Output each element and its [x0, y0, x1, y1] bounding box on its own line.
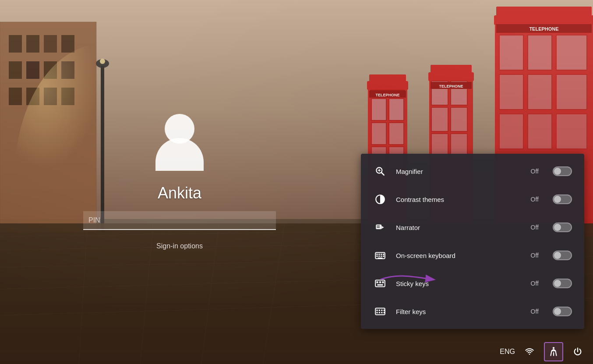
contrast-item[interactable]: Contrast themes Off — [361, 185, 584, 213]
svg-rect-46 — [528, 35, 552, 70]
svg-text:TELEPHONE: TELEPHONE — [529, 26, 558, 32]
contrast-toggle[interactable] — [553, 194, 572, 204]
onscreen-keyboard-label: On-screen keyboard — [396, 252, 522, 259]
power-button[interactable] — [571, 345, 584, 358]
svg-rect-32 — [428, 72, 474, 81]
svg-rect-22 — [369, 74, 406, 82]
avatar — [151, 114, 208, 171]
avatar-body — [155, 138, 204, 171]
svg-rect-47 — [556, 35, 587, 70]
narrator-icon — [373, 220, 387, 234]
svg-rect-83 — [381, 256, 382, 257]
onscreen-keyboard-item[interactable]: On-screen keyboard Off — [361, 241, 584, 269]
username-label: Ankita — [158, 184, 201, 202]
svg-rect-96 — [376, 312, 378, 313]
svg-rect-93 — [379, 310, 380, 311]
svg-rect-86 — [375, 280, 385, 286]
filter-keys-label: Filter keys — [396, 308, 522, 315]
svg-rect-50 — [556, 74, 587, 110]
svg-rect-23 — [371, 99, 386, 120]
filter-keys-toggle[interactable] — [553, 307, 572, 316]
taskbar: ENG — [0, 339, 593, 364]
svg-point-101 — [553, 347, 554, 349]
svg-rect-79 — [381, 254, 382, 255]
svg-rect-88 — [379, 281, 381, 283]
accessibility-panel: Magnifier Off Contrast themes Off Narrat… — [361, 154, 584, 329]
svg-rect-97 — [379, 312, 380, 313]
svg-rect-44 — [496, 7, 592, 16]
svg-rect-91 — [375, 308, 385, 315]
magnifier-status: Off — [531, 168, 539, 175]
svg-line-68 — [381, 173, 384, 175]
svg-rect-99 — [384, 312, 385, 313]
narrator-toggle[interactable] — [553, 223, 572, 232]
svg-rect-81 — [376, 256, 378, 257]
svg-rect-36 — [431, 107, 448, 131]
svg-rect-85 — [378, 258, 383, 258]
narrator-label: Narrator — [396, 224, 522, 231]
narrator-item[interactable]: Narrator Off — [361, 213, 584, 241]
filter-keys-icon — [373, 304, 387, 318]
sticky-keys-label: Sticky keys — [396, 280, 522, 287]
svg-rect-84 — [383, 256, 384, 257]
magnifier-icon — [373, 164, 387, 178]
svg-rect-98 — [381, 312, 382, 313]
svg-text:TELEPHONE: TELEPHONE — [375, 93, 399, 97]
svg-rect-43 — [494, 15, 593, 25]
contrast-icon — [373, 192, 387, 206]
onscreen-keyboard-toggle[interactable] — [553, 251, 572, 260]
wifi-icon[interactable] — [523, 345, 536, 358]
svg-rect-89 — [382, 281, 384, 283]
signin-options-link[interactable]: Sign-in options — [156, 242, 203, 250]
svg-rect-26 — [389, 123, 404, 145]
svg-marker-73 — [381, 226, 384, 229]
svg-rect-87 — [376, 281, 378, 283]
contrast-label: Contrast themes — [396, 196, 522, 203]
svg-rect-80 — [383, 254, 384, 255]
contrast-status: Off — [531, 196, 539, 203]
svg-rect-72 — [376, 225, 381, 230]
sticky-keys-item[interactable]: Sticky keys Off — [361, 269, 584, 297]
svg-rect-37 — [451, 107, 467, 131]
svg-rect-45 — [499, 35, 523, 70]
pin-container — [83, 211, 276, 230]
sticky-keys-icon — [373, 276, 387, 290]
filter-keys-item[interactable]: Filter keys Off — [361, 297, 584, 325]
pin-input[interactable] — [83, 211, 276, 230]
narrator-status: Off — [531, 224, 539, 231]
svg-rect-77 — [376, 254, 378, 255]
accessibility-button[interactable] — [544, 342, 563, 361]
sticky-keys-toggle[interactable] — [553, 279, 572, 288]
onscreen-keyboard-icon — [373, 248, 387, 262]
language-indicator: ENG — [500, 348, 515, 356]
magnifier-item[interactable]: Magnifier Off — [361, 157, 584, 185]
svg-rect-52 — [528, 114, 552, 149]
svg-rect-25 — [371, 123, 386, 145]
svg-rect-24 — [389, 99, 404, 120]
onscreen-keyboard-status: Off — [531, 252, 539, 259]
svg-rect-82 — [378, 256, 380, 257]
svg-rect-92 — [376, 310, 378, 311]
svg-rect-90 — [378, 284, 383, 286]
magnifier-toggle[interactable] — [553, 166, 572, 176]
svg-text:TELEPHONE: TELEPHONE — [439, 84, 463, 88]
svg-rect-53 — [556, 114, 587, 149]
svg-rect-49 — [528, 74, 552, 110]
magnifier-label: Magnifier — [396, 168, 522, 175]
login-area: Ankita Sign-in options — [0, 0, 359, 364]
sticky-keys-status: Off — [531, 280, 539, 287]
svg-rect-78 — [378, 254, 380, 255]
svg-rect-33 — [431, 65, 472, 73]
svg-rect-51 — [499, 114, 523, 149]
filter-keys-status: Off — [531, 308, 539, 315]
svg-rect-94 — [381, 310, 382, 311]
svg-rect-48 — [499, 74, 523, 110]
svg-rect-95 — [384, 310, 385, 311]
